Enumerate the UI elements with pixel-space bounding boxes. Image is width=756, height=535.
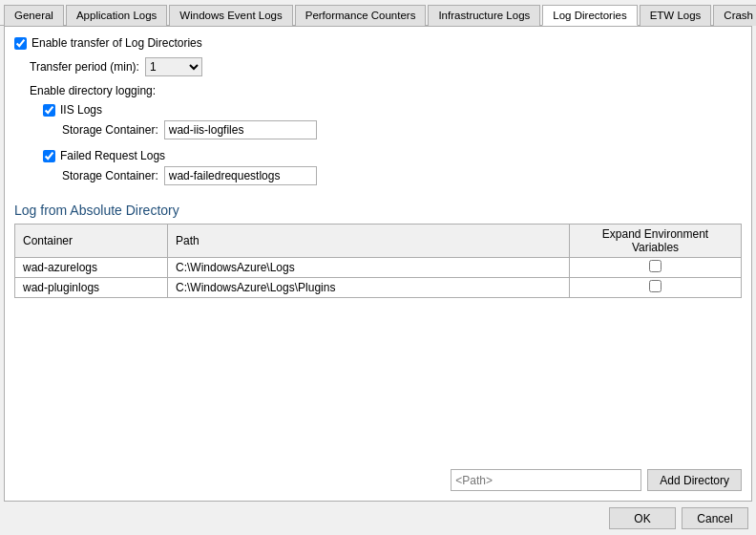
transfer-period-row: Transfer period (min): 1: [30, 57, 742, 76]
cell-expand-0: [570, 258, 742, 278]
failed-request-row: Failed Request Logs: [43, 149, 742, 162]
failed-storage-label: Storage Container:: [62, 169, 158, 182]
iis-storage-row: Storage Container:: [62, 120, 742, 139]
cell-expand-1: [570, 278, 742, 298]
tab-crash-dumps[interactable]: Crash Dumps: [713, 5, 756, 26]
log-table-wrapper: Container Path Expand Environment Variab…: [14, 224, 742, 456]
dir-logging-label: Enable directory logging:: [30, 84, 742, 97]
table-row: wad-pluginlogs C:\WindowsAzure\Logs\Plug…: [15, 278, 742, 298]
tab-etw-logs[interactable]: ETW Logs: [640, 5, 712, 26]
log-table: Container Path Expand Environment Variab…: [14, 224, 742, 298]
iis-storage-label: Storage Container:: [62, 123, 158, 137]
tab-bar: General Application Logs Windows Event L…: [0, 0, 756, 26]
add-directory-button[interactable]: Add Directory: [647, 469, 742, 491]
failed-request-group: Failed Request Logs Storage Container:: [43, 149, 742, 191]
cell-path-0: C:\WindowsAzure\Logs: [168, 258, 570, 278]
failed-request-checkbox[interactable]: [43, 150, 55, 162]
enable-transfer-label: Enable transfer of Log Directories: [32, 36, 202, 50]
content-area: Enable transfer of Log Directories Trans…: [4, 26, 752, 502]
cell-container-0: wad-azurelogs: [15, 258, 168, 278]
tab-infrastructure-logs[interactable]: Infrastructure Logs: [428, 5, 540, 26]
footer: OK Cancel: [0, 502, 756, 535]
tab-performance-counters[interactable]: Performance Counters: [295, 5, 427, 26]
tab-log-directories[interactable]: Log Directories: [542, 5, 637, 26]
transfer-period-select[interactable]: 1: [145, 57, 202, 76]
tab-general[interactable]: General: [4, 5, 64, 26]
enable-transfer-checkbox[interactable]: [14, 37, 27, 50]
iis-logs-group: IIS Logs Storage Container:: [43, 103, 742, 145]
failed-storage-row: Storage Container:: [62, 166, 742, 185]
cell-path-1: C:\WindowsAzure\Logs\Plugins: [168, 278, 570, 298]
expand-checkbox-1[interactable]: [649, 280, 662, 292]
iis-logs-checkbox[interactable]: [43, 104, 55, 117]
cancel-button[interactable]: Cancel: [682, 507, 748, 529]
expand-checkbox-0[interactable]: [649, 260, 662, 272]
main-window: General Application Logs Windows Event L…: [0, 0, 756, 535]
table-row: wad-azurelogs C:\WindowsAzure\Logs: [15, 258, 742, 278]
cell-container-1: wad-pluginlogs: [15, 278, 168, 298]
col-header-path: Path: [168, 225, 570, 258]
failed-request-label: Failed Request Logs: [60, 149, 165, 162]
enable-transfer-row: Enable transfer of Log Directories: [14, 36, 742, 50]
path-input[interactable]: [451, 469, 641, 491]
transfer-period-label: Transfer period (min):: [30, 60, 139, 74]
tab-application-logs[interactable]: Application Logs: [66, 5, 167, 26]
add-directory-row: Add Directory: [14, 469, 742, 491]
col-header-container: Container: [15, 225, 168, 258]
failed-storage-input[interactable]: [164, 166, 317, 185]
iis-storage-input[interactable]: [164, 120, 317, 139]
iis-logs-label: IIS Logs: [60, 103, 102, 117]
iis-logs-row: IIS Logs: [43, 103, 742, 117]
tab-windows-event-logs[interactable]: Windows Event Logs: [169, 5, 292, 26]
abs-dir-title: Log from Absolute Directory: [14, 203, 742, 218]
col-header-expand: Expand Environment Variables: [570, 225, 742, 258]
table-header-row: Container Path Expand Environment Variab…: [15, 225, 742, 258]
ok-button[interactable]: OK: [609, 507, 676, 529]
